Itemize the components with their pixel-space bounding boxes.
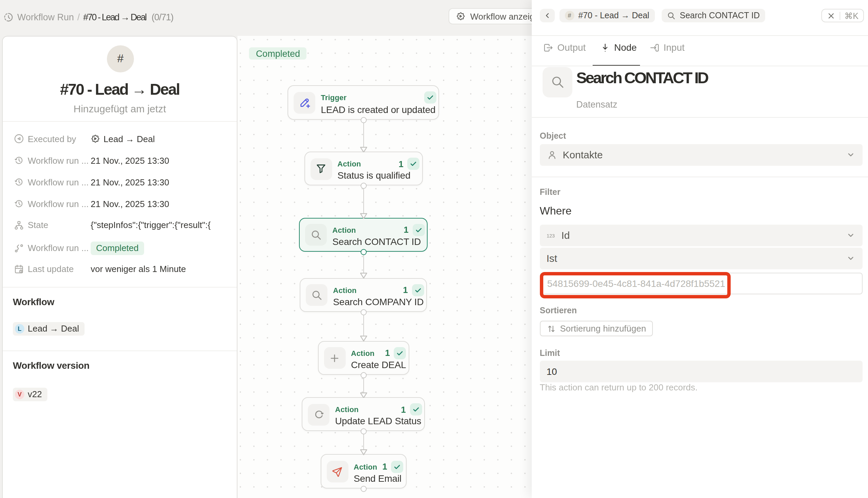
svg-text:123: 123 bbox=[547, 233, 555, 238]
